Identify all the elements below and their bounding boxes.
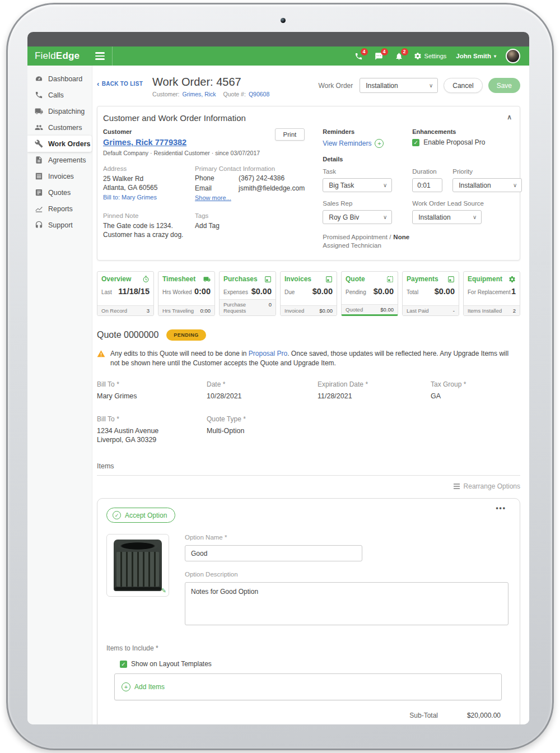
- enhancements-label: Enhancements: [412, 128, 522, 135]
- page-header-actions: Work Order Installation ∨ Cancel Save: [318, 78, 520, 93]
- app-body: Dashboard Calls Dispatching Customers: [27, 66, 529, 724]
- sidebar-item-dashboard[interactable]: Dashboard: [27, 71, 92, 87]
- chart-icon: [35, 204, 43, 213]
- phone-value: (367) 242-4386: [239, 174, 284, 182]
- add-items-plus-icon: +: [122, 682, 130, 691]
- people-icon: [35, 123, 43, 132]
- address-block: Address 25 Walker Rd Atlanta, GA 60565 B…: [103, 165, 195, 202]
- reminders-block: Reminders View Reminders +: [323, 128, 402, 148]
- sidebar-item-work-orders[interactable]: Work Orders: [27, 136, 92, 152]
- purchases-icon: [264, 276, 272, 283]
- customer-name-link[interactable]: Grimes, Rick 7779382: [103, 138, 186, 147]
- gear-icon: [508, 276, 516, 283]
- add-reminder-icon[interactable]: +: [375, 139, 384, 148]
- customer-link[interactable]: Grimes, Rick: [183, 91, 216, 97]
- sidebar-item-invoices[interactable]: Invoices: [27, 168, 92, 184]
- back-to-list-link[interactable]: ‹ BACK TO LIST: [97, 81, 143, 87]
- user-menu[interactable]: John Smith ▾: [456, 53, 496, 59]
- overview-card[interactable]: Overview Last11/18/15 On Record3: [97, 271, 154, 316]
- warning-icon: [97, 350, 105, 358]
- settings-button[interactable]: Settings: [414, 52, 447, 60]
- save-button[interactable]: Save: [488, 78, 520, 93]
- priority-select[interactable]: Installation ∨: [452, 178, 522, 192]
- option-name-label: Option Name *: [185, 534, 511, 541]
- option-main-row: ✎ Option Name * Option Description Notes…: [106, 534, 511, 628]
- phone-row: Phone (367) 242-4386: [195, 174, 305, 182]
- print-button[interactable]: Print: [275, 128, 305, 141]
- view-reminders-link[interactable]: View Reminders: [323, 140, 371, 147]
- gear-icon: [414, 52, 422, 60]
- option-menu-button[interactable]: •••: [496, 504, 506, 512]
- sidebar-item-label: Customers: [48, 124, 82, 132]
- phone-notifications-button[interactable]: 4: [353, 51, 364, 62]
- subtotal-row: Sub-Total $20,000.00: [106, 712, 501, 719]
- sidebar-item-calls[interactable]: Calls: [27, 87, 92, 103]
- work-order-type-select[interactable]: Installation ∨: [360, 78, 438, 93]
- warning-text: Any edits to this Quote will need to be …: [110, 350, 249, 357]
- timesheet-card[interactable]: Timesheet Hrs Worked0:00 Hrs Traveling0:…: [158, 271, 215, 316]
- tools-icon: [35, 140, 43, 148]
- rearrange-options-button[interactable]: Rearrange Options: [97, 482, 520, 490]
- contact-block: Primary Contact Information Phone (367) …: [195, 165, 305, 202]
- hamburger-menu-icon[interactable]: [95, 52, 105, 59]
- logo-field: Field: [35, 50, 56, 61]
- email-label: Email: [195, 184, 239, 192]
- sidebar-item-customers[interactable]: Customers: [27, 119, 92, 136]
- page-subtitle: Customer: Grimes, Rick Quote #: Q90608: [152, 91, 269, 97]
- field-expiration-date: Expiration Date * 11/28/2021: [318, 380, 431, 401]
- option-card: ✓ Accept Option ••• ✎: [97, 498, 520, 724]
- customer-info-panel: Customer and Work Order Information ∧ Cu…: [97, 106, 520, 261]
- sidebar-item-reports[interactable]: Reports: [27, 201, 92, 217]
- sales-rep-value: Roy G Biv: [329, 213, 359, 221]
- quote-card[interactable]: Quote Pending$0.00 Quoted$0.00: [341, 271, 398, 316]
- nav-right: 4 4 2 Settings John Smith: [113, 47, 529, 66]
- option-description-label: Option Description: [185, 571, 511, 578]
- option-description-textarea[interactable]: Notes for Good Option: [185, 582, 508, 625]
- tablet-camera: [281, 18, 286, 23]
- page-header: ‹ BACK TO LIST Work Order: 4567 Customer…: [97, 76, 520, 97]
- sales-rep-select[interactable]: Roy G Biv ∨: [323, 210, 392, 224]
- sidebar-item-support[interactable]: Support: [27, 217, 92, 233]
- accept-option-button[interactable]: ✓ Accept Option: [106, 508, 175, 523]
- page-header-left: ‹ BACK TO LIST Work Order: 4567 Customer…: [97, 76, 269, 97]
- payments-card[interactable]: Payments Total$0.00 Last Paid-: [402, 271, 459, 316]
- phone-badge: 4: [361, 48, 368, 55]
- quote-number-label: Quote #:: [223, 91, 246, 97]
- quote-title: Quote 0000000: [97, 330, 158, 340]
- add-items-box[interactable]: + Add Items: [114, 673, 502, 700]
- collapse-panel-button[interactable]: ∧: [507, 113, 512, 121]
- lead-source-select[interactable]: Installation ∨: [412, 210, 482, 224]
- cancel-button[interactable]: Cancel: [444, 78, 482, 93]
- sidebar-item-quotes[interactable]: Quotes: [27, 184, 92, 201]
- show-more-link[interactable]: Show more...: [195, 194, 231, 201]
- pinned-note-label: Pinned Note: [103, 212, 195, 219]
- option-product-image[interactable]: ✎: [106, 534, 169, 597]
- duration-priority-fields: Duration Priority Installation ∨: [412, 168, 522, 192]
- salesrep-leadsource-row: Sales Rep Roy G Biv ∨ Work Order Lead So…: [323, 200, 522, 224]
- duration-input[interactable]: [412, 178, 442, 192]
- quote-number-link[interactable]: Q90608: [249, 91, 269, 97]
- fieldedge-logo: FieldEdge: [35, 50, 80, 62]
- messages-button[interactable]: 4: [374, 51, 384, 62]
- invoices-card[interactable]: Invoices Due$0.00 Invoiced$0.00: [280, 271, 337, 316]
- proposal-pro-link[interactable]: Proposal Pro: [249, 350, 287, 357]
- summary-cards: Overview Last11/18/15 On Record3 Timeshe…: [97, 271, 520, 316]
- sidebar-item-dispatching[interactable]: Dispatching: [27, 103, 92, 119]
- equipment-card[interactable]: Equipment For Replacement1 Items Install…: [463, 271, 520, 316]
- option-fields: Option Name * Option Description Notes f…: [185, 534, 511, 628]
- option-name-input[interactable]: [185, 545, 362, 561]
- page: FieldEdge 4 4 2: [0, 0, 560, 753]
- alerts-button[interactable]: 2: [394, 51, 404, 62]
- avatar[interactable]: [506, 49, 520, 63]
- task-select[interactable]: Big Task ∨: [323, 178, 392, 192]
- lead-source-label: Work Order Lead Source: [412, 200, 522, 207]
- show-layout-checkbox[interactable]: ✓: [120, 661, 127, 668]
- add-tag-link[interactable]: Add Tag: [195, 221, 305, 230]
- sidebar-item-agreements[interactable]: Agreements: [27, 152, 92, 168]
- totals-block: Sub-Total $20,000.00 Tax $0.00 Total $20…: [106, 712, 501, 724]
- edit-image-icon[interactable]: ✎: [161, 587, 166, 594]
- enable-proposal-pro-checkbox[interactable]: ✓: [412, 139, 419, 146]
- bill-to-link[interactable]: Bill to: Mary Grimes: [103, 194, 195, 201]
- show-layout-label: Show on Layout Templates: [131, 660, 212, 668]
- purchases-card[interactable]: Purchases Expenses$0.00 Purchase Request…: [219, 271, 276, 316]
